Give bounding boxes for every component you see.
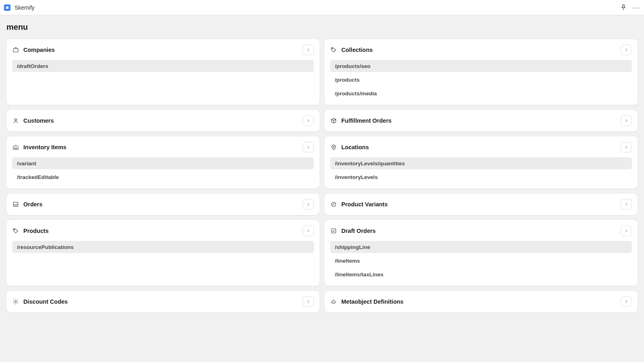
card-header: Inventory Items [12, 142, 314, 152]
card-body: /variant /trackedEditable [12, 157, 314, 183]
list-item[interactable]: /inventoryLevels [330, 171, 632, 183]
variant-icon [330, 201, 337, 208]
svg-rect-0 [13, 49, 18, 52]
card-companies: Companies /draftOrders [6, 39, 320, 105]
inbox-icon [12, 201, 19, 208]
card-header: Collections [330, 45, 632, 55]
card-header: Customers [12, 115, 314, 126]
card-title: Discount Codes [23, 298, 68, 305]
card-header: Orders [12, 199, 314, 210]
expand-button[interactable] [621, 142, 632, 152]
pin-icon[interactable] [620, 4, 627, 11]
card-header: Metaobject Definitions [330, 296, 632, 307]
card-header: Locations [330, 142, 632, 152]
list-item[interactable]: /draftOrders [12, 60, 314, 72]
card-draft-orders: Draft Orders /shippingLine /lineItems /l… [324, 220, 638, 286]
list-item[interactable]: /inventoryLevels/quantities [330, 157, 632, 169]
titlebar-left: Skemify [4, 4, 35, 11]
card-title: Orders [23, 201, 43, 208]
expand-button[interactable] [621, 45, 632, 55]
location-pin-icon [330, 144, 337, 151]
expand-button[interactable] [303, 142, 314, 152]
card-body: /products/seo /products /products/media [330, 60, 632, 99]
expand-button[interactable] [621, 199, 632, 210]
card-body: /resourcePublications [12, 241, 314, 253]
svg-point-2 [15, 119, 17, 121]
app-badge-icon [4, 4, 10, 11]
card-header: Companies [12, 45, 314, 55]
card-body: /inventoryLevels/quantities /inventoryLe… [330, 157, 632, 183]
list-item[interactable]: /products/seo [330, 60, 632, 72]
gear-icon [12, 298, 19, 305]
card-body: /draftOrders [12, 60, 314, 72]
svg-point-5 [14, 229, 15, 230]
card-collections: Collections /products/seo /products /pro… [324, 39, 638, 105]
titlebar: Skemify ··· [0, 0, 644, 15]
package-icon [330, 117, 337, 124]
list-item[interactable]: /variant [12, 157, 314, 169]
expand-button[interactable] [303, 296, 314, 307]
card-title: Customers [23, 117, 54, 124]
card-discount-codes: Discount Codes [6, 291, 320, 313]
card-title: Companies [23, 47, 55, 53]
expand-button[interactable] [621, 296, 632, 307]
card-title: Product Variants [341, 201, 388, 208]
edit-check-icon [330, 227, 337, 234]
card-product-variants: Product Variants [324, 193, 638, 215]
puzzle-icon [330, 298, 337, 305]
card-header: Product Variants [330, 199, 632, 210]
card-orders: Orders [6, 193, 320, 215]
expand-button[interactable] [303, 226, 314, 236]
expand-button[interactable] [303, 199, 314, 210]
tag-icon [12, 227, 19, 234]
expand-button[interactable] [303, 115, 314, 126]
app-name: Skemify [14, 4, 35, 11]
list-item[interactable]: /lineItems/taxLines [330, 268, 632, 280]
card-title: Draft Orders [341, 228, 376, 234]
list-item[interactable]: /resourcePublications [12, 241, 314, 253]
card-header: Discount Codes [12, 296, 314, 307]
card-inventory: Inventory Items /variant /trackedEditabl… [6, 136, 320, 189]
expand-button[interactable] [303, 45, 314, 55]
page: menu Companies /draftOrders [0, 15, 644, 321]
briefcase-icon [12, 46, 19, 53]
titlebar-actions: ··· [620, 4, 640, 11]
card-title: Metaobject Definitions [341, 298, 404, 305]
svg-point-7 [15, 301, 17, 302]
list-item[interactable]: /lineItems [330, 255, 632, 267]
card-metaobject-definitions: Metaobject Definitions [324, 291, 638, 313]
expand-button[interactable] [621, 115, 632, 126]
list-item[interactable]: /products/media [330, 87, 632, 99]
card-products: Products /resourcePublications [6, 220, 320, 286]
card-locations: Locations /inventoryLevels/quantities /i… [324, 136, 638, 189]
card-title: Inventory Items [23, 144, 66, 150]
svg-point-1 [332, 48, 333, 49]
person-icon [12, 117, 19, 124]
card-title: Locations [341, 144, 369, 150]
card-header: Fulfillment Orders [330, 115, 632, 126]
list-item[interactable]: /products [330, 74, 632, 86]
page-title: menu [6, 23, 638, 32]
list-item[interactable]: /trackedEditable [12, 171, 314, 183]
card-header: Products [12, 226, 314, 236]
card-title: Fulfillment Orders [341, 117, 392, 124]
card-body: /shippingLine /lineItems /lineItems/taxL… [330, 241, 632, 280]
tag-icon [330, 46, 337, 53]
card-title: Products [23, 228, 49, 234]
card-fulfillment: Fulfillment Orders [324, 110, 638, 132]
card-grid: Companies /draftOrders Collections [6, 39, 638, 313]
svg-rect-6 [332, 229, 336, 233]
expand-button[interactable] [621, 226, 632, 236]
list-item[interactable]: /shippingLine [330, 241, 632, 253]
card-header: Draft Orders [330, 226, 632, 236]
svg-point-3 [333, 146, 334, 147]
more-icon[interactable]: ··· [633, 4, 640, 11]
card-title: Collections [341, 47, 373, 53]
warehouse-icon [12, 144, 19, 151]
card-customers: Customers [6, 110, 320, 132]
